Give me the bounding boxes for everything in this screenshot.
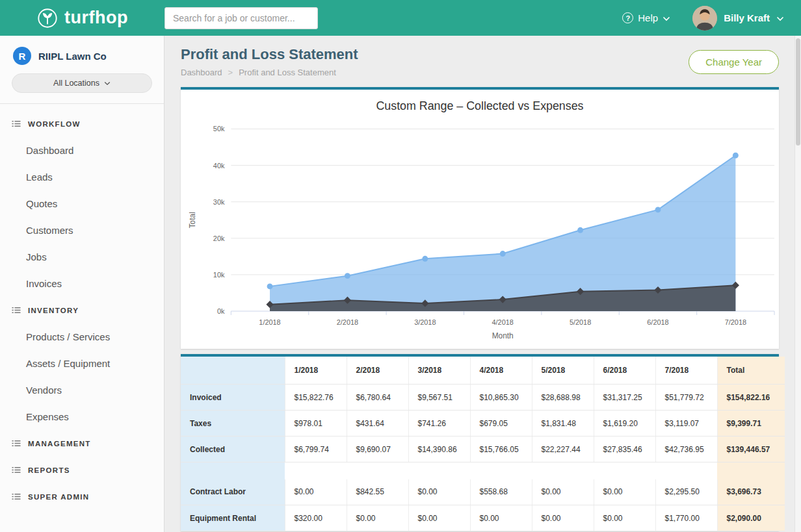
sidebar-section-management[interactable]: MANAGEMENT bbox=[0, 430, 164, 457]
y-axis-tick-label: 40k bbox=[213, 162, 225, 170]
table-spacer-row bbox=[181, 462, 785, 479]
nav-section-icon bbox=[12, 120, 21, 127]
table-row-collected: Collected$6,799.74$9,690.07$14,390.86$15… bbox=[181, 437, 785, 462]
value-cell bbox=[347, 462, 408, 479]
value-cell: $15,766.05 bbox=[470, 437, 532, 462]
value-cell: $31,317.25 bbox=[594, 385, 655, 411]
sidebar-item-expenses[interactable]: Expenses bbox=[0, 403, 164, 430]
scrollbar-thumb[interactable] bbox=[796, 38, 800, 146]
row-label bbox=[181, 462, 285, 479]
sidebar-section-super-admin[interactable]: SUPER ADMIN bbox=[0, 483, 164, 510]
value-cell bbox=[655, 462, 717, 479]
change-year-button[interactable]: Change Year bbox=[689, 50, 779, 74]
data-point-marker-collected[interactable] bbox=[345, 273, 350, 279]
avatar[interactable] bbox=[692, 6, 717, 31]
data-point-marker-collected[interactable] bbox=[267, 283, 273, 289]
table-row-contract-labor: Contract Labor$0.00$842.55$0.00$558.68$0… bbox=[181, 479, 785, 505]
value-cell: $431.64 bbox=[347, 411, 408, 437]
sidebar-item-dashboard[interactable]: Dashboard bbox=[0, 137, 164, 164]
logo-text: turfhop bbox=[64, 8, 128, 28]
value-cell bbox=[532, 462, 594, 479]
help-menu[interactable]: ? Help bbox=[622, 12, 670, 23]
value-cell: $42,736.95 bbox=[655, 437, 717, 462]
breadcrumb-separator-icon: > bbox=[228, 68, 233, 77]
column-header-7-2018: 7/2018 bbox=[655, 357, 717, 385]
value-cell bbox=[408, 462, 470, 479]
locations-label: All Locations bbox=[53, 79, 99, 88]
column-header-3-2018: 3/2018 bbox=[408, 357, 470, 385]
value-cell: $0.00 bbox=[470, 505, 532, 531]
sidebar-item-jobs[interactable]: Jobs bbox=[0, 244, 164, 270]
column-header-rowlabel bbox=[181, 357, 285, 385]
sidebar-item-vendors[interactable]: Vendors bbox=[0, 377, 164, 403]
chart-title: Custom Range – Collected vs Expenses bbox=[376, 99, 583, 112]
column-header-2-2018: 2/2018 bbox=[347, 357, 408, 385]
sidebar-item-customers[interactable]: Customers bbox=[0, 217, 164, 244]
turfhop-logo[interactable]: turfhop bbox=[0, 7, 164, 29]
value-cell bbox=[594, 462, 655, 479]
y-axis-tick-label: 30k bbox=[213, 198, 225, 206]
value-cell: $3,119.07 bbox=[655, 411, 717, 437]
data-point-marker-collected[interactable] bbox=[422, 256, 428, 262]
area-series-collected bbox=[270, 155, 735, 311]
main-content: Profit and Loss Statement Dashboard > Pr… bbox=[165, 36, 794, 532]
topbar: turfhop ? Help Billy Kraft bbox=[0, 0, 801, 36]
data-point-marker-collected[interactable] bbox=[733, 153, 739, 158]
company-header: R RIIPL Lawn Co bbox=[0, 36, 164, 73]
total-cell: $2,090.00 bbox=[717, 505, 785, 531]
value-cell: $842.55 bbox=[347, 479, 408, 505]
value-cell: $978.01 bbox=[285, 411, 347, 437]
column-header-5-2018: 5/2018 bbox=[532, 357, 594, 385]
breadcrumb-link-dashboard[interactable]: Dashboard bbox=[181, 68, 222, 77]
sidebar-item-products-services[interactable]: Products / Services bbox=[0, 323, 164, 350]
sidebar-section-workflow[interactable]: WORKFLOW bbox=[0, 110, 164, 137]
x-axis-tick-label: 6/2018 bbox=[647, 318, 668, 326]
value-cell: $0.00 bbox=[594, 479, 655, 505]
company-name: RIIPL Lawn Co bbox=[38, 51, 107, 62]
page-header: Profit and Loss Statement Dashboard > Pr… bbox=[181, 46, 779, 77]
value-cell: $0.00 bbox=[594, 505, 655, 531]
value-cell: $6,780.64 bbox=[347, 385, 408, 411]
y-axis-tick-label: 0k bbox=[217, 307, 225, 315]
table-row-invoiced: Invoiced$15,822.76$6,780.64$9,567.51$10,… bbox=[181, 385, 785, 411]
value-cell bbox=[470, 462, 532, 479]
nav-section-label: WORKFLOW bbox=[28, 120, 81, 128]
value-cell: $6,799.74 bbox=[285, 437, 347, 462]
value-cell: $0.00 bbox=[532, 505, 594, 531]
column-header-1-2018: 1/2018 bbox=[285, 357, 347, 385]
sidebar-section-inventory[interactable]: INVENTORY bbox=[0, 297, 164, 323]
value-cell bbox=[285, 462, 347, 479]
y-axis-title: Total bbox=[188, 212, 197, 228]
chevron-down-icon[interactable] bbox=[776, 12, 784, 24]
value-cell: $1,831.48 bbox=[532, 411, 594, 437]
sidebar-item-assets-equipment[interactable]: Assets / Equipment bbox=[0, 350, 164, 377]
x-axis-tick-label: 1/2018 bbox=[259, 318, 280, 326]
value-cell: $27,835.46 bbox=[594, 437, 655, 462]
data-point-marker-collected[interactable] bbox=[500, 251, 506, 257]
x-axis-tick-label: 4/2018 bbox=[492, 318, 514, 326]
table-row-equipment-rental: Equipment Rental$320.00$0.00$0.00$0.00$0… bbox=[181, 505, 785, 531]
value-cell: $9,567.51 bbox=[408, 385, 470, 411]
search-input[interactable] bbox=[164, 7, 318, 29]
value-cell: $679.05 bbox=[470, 411, 532, 437]
locations-dropdown[interactable]: All Locations bbox=[12, 73, 152, 93]
value-cell: $0.00 bbox=[285, 479, 347, 505]
value-cell: $0.00 bbox=[347, 505, 408, 531]
x-axis-tick-label: 2/2018 bbox=[337, 318, 358, 326]
help-label: Help bbox=[638, 12, 658, 23]
column-header-total: Total bbox=[717, 357, 785, 385]
total-cell: $9,399.71 bbox=[717, 411, 785, 437]
data-point-marker-collected[interactable] bbox=[577, 227, 583, 233]
sidebar-item-invoices[interactable]: Invoices bbox=[0, 270, 164, 297]
sidebar-item-quotes[interactable]: Quotes bbox=[0, 190, 164, 217]
data-point-marker-collected[interactable] bbox=[655, 207, 661, 212]
sidebar-item-leads[interactable]: Leads bbox=[0, 164, 164, 190]
value-cell: $22,227.44 bbox=[532, 437, 594, 462]
sidebar-section-reports[interactable]: REPORTS bbox=[0, 457, 164, 483]
chevron-down-icon bbox=[663, 12, 670, 23]
chart-card: Custom Range – Collected vs Expenses0k10… bbox=[181, 87, 779, 349]
user-name[interactable]: Billy Kraft bbox=[724, 12, 770, 23]
value-cell: $0.00 bbox=[408, 505, 470, 531]
row-label: Invoiced bbox=[181, 385, 285, 411]
row-label: Contract Labor bbox=[181, 479, 285, 505]
